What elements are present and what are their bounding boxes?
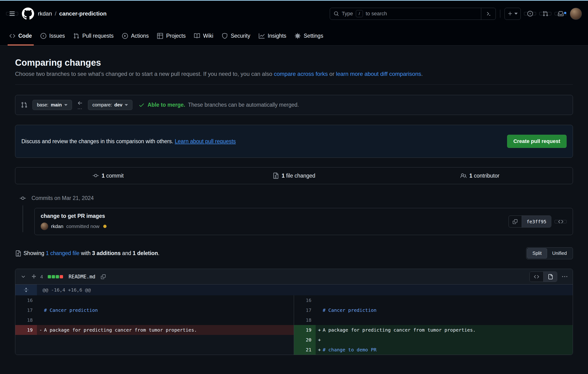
line-number[interactable]: 16 (15, 295, 37, 305)
inbox-icon (558, 11, 564, 16)
compare-branch-dropdown[interactable]: compare: dev (88, 100, 133, 110)
stat-files-changed[interactable]: 1 file changed (201, 173, 387, 179)
merge-status-text: These branches can be automatically merg… (188, 102, 299, 108)
line-number[interactable]: 17 (294, 305, 316, 315)
commits-date-heading: Commits on Mar 21, 2024 (15, 195, 573, 201)
breadcrumb-repo[interactable]: cancer-prediction (59, 10, 106, 17)
stat-commits[interactable]: 1 commit (15, 173, 201, 179)
pull-requests-dashboard-button[interactable] (539, 12, 551, 15)
diffstat-add-square (48, 275, 51, 278)
commit-sha-link[interactable]: fe3ff95 (522, 216, 551, 227)
tab-insights[interactable]: Insights (254, 27, 291, 45)
search-input[interactable]: Type / to search (330, 10, 481, 17)
breadcrumb-separator: / (55, 10, 56, 17)
page-title: Comparing changes (15, 58, 573, 68)
branch-range-editor: base: main ... compare: dev Able to merg… (15, 95, 573, 115)
banner-message: Discuss and review the changes in this c… (21, 138, 175, 144)
diff-file: 4 README.md (15, 269, 573, 355)
search-icon (334, 11, 339, 16)
diff-file-header: 4 README.md (15, 269, 573, 285)
comparison-stats: 1 commit 1 file changed 1 contributor (15, 167, 573, 184)
breadcrumb-owner[interactable]: rkdan (38, 10, 52, 17)
code-icon (10, 33, 15, 39)
browse-repo-at-commit-button[interactable] (555, 220, 567, 223)
file-options-kebab-button[interactable] (560, 272, 569, 281)
changed-file-link[interactable]: 1 changed file (46, 250, 80, 256)
github-mark-icon (22, 8, 34, 20)
expand-hunk-button[interactable] (15, 285, 37, 295)
git-commit-icon (20, 195, 26, 201)
commit-status-pending-dot[interactable] (103, 225, 106, 228)
compare-across-forks-link[interactable]: compare across forks (274, 71, 328, 77)
collapse-file-button[interactable] (19, 272, 28, 281)
code-text: A package for predicting cancer from tum… (323, 327, 476, 333)
tab-wiki[interactable]: Wiki (190, 27, 217, 45)
compare-branch-name: dev (114, 102, 122, 108)
code-text: # Cancer prediction (323, 307, 377, 313)
issue-opened-icon (41, 33, 46, 39)
line-number[interactable]: 19 (294, 325, 316, 335)
unread-notifications-dot (563, 11, 567, 15)
tab-code[interactable]: Code (5, 27, 36, 45)
line-number[interactable]: 18 (15, 315, 37, 325)
source-view-button[interactable] (530, 272, 543, 282)
git-compare-icon (21, 102, 27, 108)
tab-projects[interactable]: Projects (153, 27, 190, 45)
diffstat-del-square (60, 275, 63, 278)
tab-settings[interactable]: Settings (291, 27, 327, 45)
create-pull-request-button[interactable]: Create pull request (507, 135, 567, 148)
line-number[interactable]: 16 (294, 295, 316, 305)
line-number[interactable]: 17 (15, 305, 37, 315)
stat-text: 1 commit (102, 173, 124, 179)
tab-actions[interactable]: Actions (118, 27, 153, 45)
commit-actions: fe3ff95 (508, 216, 567, 228)
tab-security[interactable]: Security (218, 27, 254, 45)
diffstat-squares (48, 275, 63, 278)
rich-view-button[interactable] (543, 272, 557, 282)
command-palette-button[interactable] (481, 8, 495, 20)
diff-side-base: 16 17 # Cancer prediction 18 19 -A packa… (15, 295, 294, 355)
gear-icon (295, 33, 301, 39)
repo-nav-tabs: Code Issues Pull requests Actions Projec… (0, 27, 588, 45)
base-branch-dropdown[interactable]: base: main (32, 100, 72, 110)
diff-comparisons-link[interactable]: learn more about diff comparisons (336, 71, 421, 77)
table-icon (157, 33, 163, 39)
tab-issues[interactable]: Issues (36, 27, 69, 45)
line-number[interactable]: 21 (294, 345, 316, 355)
search-placeholder-suffix: to search (366, 11, 387, 17)
copy-filename-button[interactable] (99, 272, 108, 281)
issues-dashboard-button[interactable] (524, 12, 536, 15)
base-branch-name: main (51, 102, 62, 108)
notifications-inbox-button[interactable] (555, 12, 567, 15)
line-number[interactable]: 18 (294, 315, 316, 325)
diffstat-add-square (56, 275, 59, 278)
commit-author-avatar[interactable] (41, 222, 48, 230)
deletions-count: 1 deletion (133, 250, 158, 256)
global-search[interactable]: Type / to search (330, 8, 496, 20)
compare-page: Comparing changes Choose two branches to… (0, 58, 588, 355)
hamburger-menu-button[interactable] (6, 12, 18, 15)
file-diff-icon (15, 250, 21, 256)
code-icon (558, 219, 563, 224)
diff-line: 17 # Cancer prediction (15, 305, 294, 315)
line-number[interactable]: 19 (15, 325, 37, 335)
github-logo[interactable] (22, 8, 34, 20)
commit-author-link[interactable]: rkdan (51, 223, 63, 229)
line-number (15, 345, 37, 355)
unified-view-button[interactable]: Unified (547, 248, 572, 258)
tab-pull-requests[interactable]: Pull requests (69, 27, 118, 45)
split-view-button[interactable]: Split (527, 248, 547, 258)
check-icon (138, 102, 145, 108)
user-avatar[interactable] (570, 8, 582, 20)
terminal-prompt-icon (486, 11, 491, 16)
stat-contributors[interactable]: 1 contributor (387, 173, 573, 179)
kebab-icon (562, 274, 567, 279)
line-number[interactable]: 20 (294, 335, 316, 345)
commit-title-link[interactable]: change to get PR images (41, 213, 105, 219)
learn-about-pull-requests-link[interactable]: Learn about pull requests (175, 138, 236, 144)
breadcrumb: rkdan / cancer-prediction (38, 10, 106, 17)
copy-sha-button[interactable] (509, 216, 522, 227)
page-subtitle: Choose two branches to see what’s change… (15, 71, 573, 85)
create-new-button[interactable] (504, 8, 521, 20)
unfold-icon (24, 287, 29, 292)
